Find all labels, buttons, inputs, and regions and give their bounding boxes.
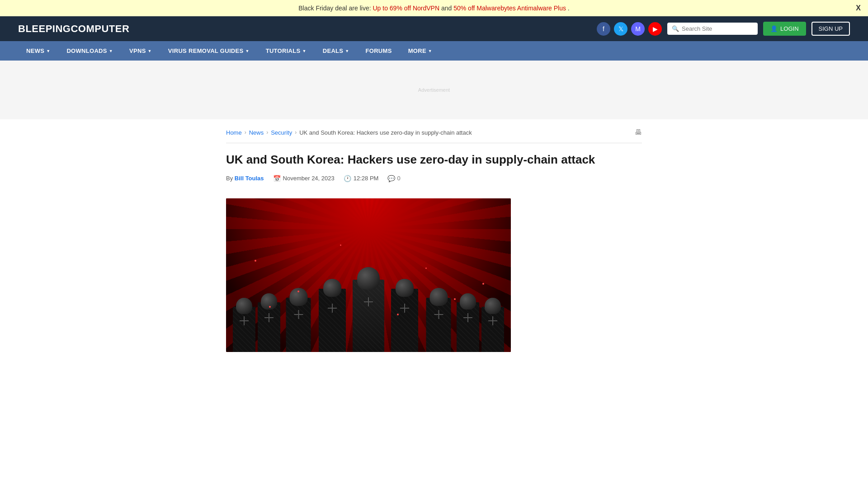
search-bar[interactable]: 🔍 [667, 23, 758, 35]
logo-part1: BLEEPING [18, 23, 71, 34]
article-comments[interactable]: 💬 0 [387, 175, 400, 182]
badge-2 [328, 308, 337, 309]
login-button[interactable]: 👤 LOGIN [763, 22, 806, 36]
helmet-8 [236, 298, 252, 314]
calendar-icon: 📅 [273, 175, 281, 182]
badge-3 [400, 308, 409, 309]
badge-6 [264, 317, 274, 318]
hacker-figure-3 [391, 289, 418, 352]
nav-more-arrow: ▼ [428, 49, 432, 53]
badge-4 [294, 314, 303, 315]
badge-7 [463, 317, 472, 318]
nav-vpns-arrow: ▼ [148, 49, 152, 53]
comment-icon: 💬 [387, 175, 395, 182]
hacker-figure-7 [457, 302, 479, 352]
hacker-figure-9 [481, 307, 504, 352]
helmet-2 [323, 279, 341, 297]
helmet-4 [289, 288, 307, 306]
header-right-section: f 𝕏 M ▶ 🔍 👤 LOGIN SIGN UP [597, 22, 850, 36]
badge-9 [488, 320, 497, 321]
site-logo[interactable]: BLEEPINGCOMPUTER [18, 23, 129, 35]
twitter-icon[interactable]: 𝕏 [614, 22, 627, 36]
badge-1 [364, 301, 373, 302]
hacker-figure-6 [258, 302, 280, 352]
breadcrumb-news[interactable]: News [249, 129, 264, 136]
nav-tutorials[interactable]: TUTORIALS ▼ [258, 41, 315, 61]
promo-banner: Black Friday deal are live: Up to 69% of… [0, 0, 868, 16]
article-title: UK and South Korea: Hackers use zero-day… [226, 152, 642, 168]
breadcrumb-links: Home › News › Security › UK and South Ko… [226, 129, 472, 136]
hacker-figure-1 [353, 280, 384, 352]
breadcrumb-home[interactable]: Home [226, 129, 242, 136]
nav-forums[interactable]: FORUMS [358, 41, 400, 61]
nav-news-arrow: ▼ [46, 49, 50, 53]
main-nav: NEWS ▼ DOWNLOADS ▼ VPNS ▼ VIRUS REMOVAL … [0, 41, 868, 61]
helmet-6 [261, 293, 277, 310]
article-hero-image [226, 198, 511, 352]
social-icons-group: f 𝕏 M ▶ [597, 22, 662, 36]
helmet-9 [485, 298, 501, 314]
site-header: BLEEPINGCOMPUTER f 𝕏 M ▶ 🔍 👤 LOGIN SIGN … [0, 16, 868, 41]
banner-text: Black Friday deal are live: Up to 69% of… [298, 5, 569, 12]
nav-deals-arrow: ▼ [345, 49, 349, 53]
badge-8 [240, 320, 249, 321]
badge-5 [434, 314, 443, 315]
helmet-1 [357, 267, 380, 290]
hacker-figure-4 [286, 298, 311, 352]
nav-virus-removal[interactable]: VIRUS REMOVAL GUIDES ▼ [160, 41, 258, 61]
article-meta: By Bill Toulas 📅 November 24, 2023 🕐 12:… [226, 175, 642, 189]
facebook-icon[interactable]: f [597, 22, 610, 36]
user-icon: 👤 [770, 25, 778, 32]
hacker-figure-2 [319, 289, 346, 352]
youtube-icon[interactable]: ▶ [648, 22, 662, 36]
main-content: Home › News › Security › UK and South Ko… [217, 119, 651, 361]
banner-close-button[interactable]: X [856, 4, 861, 12]
article-date: 📅 November 24, 2023 [273, 175, 335, 182]
nav-downloads[interactable]: DOWNLOADS ▼ [58, 41, 121, 61]
banner-link-malwarebytes[interactable]: 50% off Malwarebytes Antimalware Plus [453, 5, 566, 12]
breadcrumb: Home › News › Security › UK and South Ko… [226, 128, 642, 143]
nav-news[interactable]: NEWS ▼ [18, 41, 58, 61]
breadcrumb-sep-3: › [295, 129, 297, 136]
signup-button[interactable]: SIGN UP [811, 22, 850, 36]
hacker-scene [226, 198, 511, 352]
logo-part2: COMPUTER [71, 23, 129, 34]
banner-link-nordvpn[interactable]: Up to 69% off NordVPN [373, 5, 439, 12]
breadcrumb-sep-1: › [245, 129, 246, 136]
nav-vpns[interactable]: VPNS ▼ [121, 41, 160, 61]
ad-banner: Advertisement [0, 61, 868, 119]
hacker-figure-5 [426, 298, 451, 352]
hacker-figure-8 [233, 307, 255, 352]
article-author-label: By Bill Toulas [226, 175, 264, 182]
helmet-7 [460, 293, 476, 310]
nav-deals[interactable]: DEALS ▼ [315, 41, 358, 61]
breadcrumb-security[interactable]: Security [271, 129, 292, 136]
search-input[interactable] [682, 25, 753, 32]
article-time: 🕐 12:28 PM [344, 175, 379, 182]
mastodon-icon[interactable]: M [631, 22, 645, 36]
helmet-5 [429, 288, 448, 306]
nav-virus-arrow: ▼ [245, 49, 249, 53]
article-author-link[interactable]: Bill Toulas [235, 175, 264, 182]
breadcrumb-sep-2: › [266, 129, 268, 136]
clock-icon: 🕐 [344, 175, 351, 182]
nav-downloads-arrow: ▼ [109, 49, 113, 53]
breadcrumb-current: UK and South Korea: Hackers use zero-day… [299, 129, 472, 136]
helmet-3 [396, 279, 414, 297]
print-icon[interactable]: 🖶 [635, 128, 642, 136]
nav-tutorials-arrow: ▼ [302, 49, 307, 53]
search-icon: 🔍 [672, 25, 679, 32]
nav-more[interactable]: MORE ▼ [400, 41, 440, 61]
